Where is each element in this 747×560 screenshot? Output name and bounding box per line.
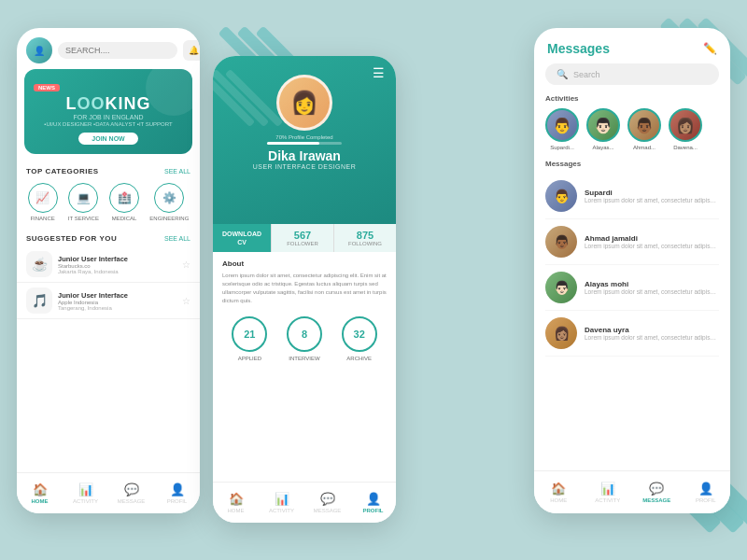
home-icon: 🏠 [33, 483, 48, 497]
message-label: MESSAGE [642, 497, 670, 503]
nav-profile[interactable]: 👤 PROFIL [154, 483, 200, 504]
nav-activity[interactable]: 📊 ACTIVITY [63, 483, 108, 504]
nav-profile[interactable]: 👤 PROFIL [682, 482, 731, 503]
interview-circle: 8 [287, 316, 322, 352]
activities-list: 👨 Supardi... 👨🏻 Alayas... 👨🏾 Ahmad... 👩🏽… [534, 108, 730, 160]
archive-stat: 32 ARCHIVE [342, 316, 377, 361]
suggestion-starbucks[interactable]: ☕ Junior User Interface Starbucks.co Jak… [17, 246, 200, 283]
nav-message[interactable]: 💬 MESSAGE [304, 492, 350, 513]
message-label: MESSAGE [118, 498, 146, 504]
phone-job-search: 👤 🔔 ☰ NEWS LOOKING FOR JOB IN ENGLAND •U… [17, 28, 200, 513]
nav-home[interactable]: 🏠 HOME [17, 483, 63, 504]
user-avatar: 👤 [26, 37, 52, 63]
search-icon: 🔍 [557, 69, 568, 79]
news-badge: NEWS [34, 84, 60, 91]
archive-label: ARCHIVE [346, 356, 372, 361]
message-supardi[interactable]: 👨 Supardi Lorem ipsum dolor sit amet, co… [545, 174, 719, 219]
nav-activity[interactable]: 📊 ACTIVITY [259, 492, 304, 513]
activity-icon: 📊 [78, 483, 93, 497]
profile-label: PROFIL [363, 508, 384, 513]
following-count: 875 [357, 230, 374, 241]
applied-circle: 21 [232, 316, 267, 352]
starbucks-logo: ☕ [26, 251, 52, 277]
msg-avatar-supardi: 👨 [545, 180, 577, 212]
application-stats: 21 APPLIED 8 INTERVIEW 32 ARCHIVE [213, 305, 396, 367]
profile-decoration [213, 56, 396, 224]
engineering-icon: ⚙️ [154, 183, 184, 213]
category-engineering[interactable]: ⚙️ ENGINEERING [149, 183, 189, 221]
nav-message[interactable]: 💬 MESSAGE [108, 483, 154, 504]
nav-activity[interactable]: 📊 ACTIVITY [584, 482, 633, 503]
ahmad-name: Ahmad... [633, 145, 655, 150]
search-placeholder: Search [573, 70, 600, 79]
msg-info-davena: Davena uyra Lorem ipsum dolor sit amet, … [585, 326, 719, 341]
msg-avatar-ahmad: 👨🏾 [545, 226, 577, 258]
ahmad-avatar: 👨🏾 [627, 108, 661, 142]
search-input[interactable] [58, 42, 177, 59]
home-label: HOME [550, 497, 567, 503]
activity-supardi[interactable]: 👨 Supardi... [545, 108, 579, 150]
profile-icon: 👤 [366, 492, 381, 506]
messages-search-bar[interactable]: 🔍 Search [545, 63, 719, 85]
phone1-header: 👤 🔔 ☰ [17, 28, 200, 69]
see-all-suggested[interactable]: SEE ALL [164, 235, 190, 242]
category-medical[interactable]: 🏥 MEDICAL [109, 183, 139, 221]
messages-title: Messages [547, 41, 610, 56]
suggested-title: SUGGESTED FOR YOU [26, 234, 117, 243]
apple-job-title: Junior User Interface [58, 291, 176, 300]
finance-icon: 📈 [28, 183, 58, 213]
bookmark-icon[interactable]: ☆ [182, 259, 190, 270]
msg-preview-davena: Lorem ipsum dolor sit amet, consectetur … [585, 334, 719, 341]
nav-message[interactable]: 💬 MESSAGE [632, 482, 682, 503]
followers-stat: 567 FOLLOWER [271, 224, 333, 252]
phone1-bottom-nav: 🏠 HOME 📊 ACTIVITY 💬 MESSAGE 👤 PROFIL [17, 472, 200, 513]
message-ahmad[interactable]: 👨🏾 Ahmad jamaldi Lorem ipsum dolor sit a… [545, 219, 719, 265]
message-label: MESSAGE [314, 508, 342, 513]
header-icons: 🔔 ☰ [183, 40, 200, 61]
edit-icon[interactable]: ✏️ [703, 42, 717, 55]
message-alayas[interactable]: 👨🏻 Alayas mohi Lorem ipsum dolor sit ame… [545, 265, 719, 311]
category-finance[interactable]: 📈 FINANCE [28, 183, 58, 221]
messages-header: Messages ✏️ [534, 28, 730, 63]
bookmark-icon-2[interactable]: ☆ [182, 296, 190, 306]
deco-line-3 [225, 69, 283, 127]
msg-info-alayas: Alayas mohi Lorem ipsum dolor sit amet, … [585, 280, 719, 295]
home-label: HOME [228, 508, 245, 513]
finance-label: FINANCE [30, 216, 54, 221]
menu-icon[interactable]: ☰ [373, 65, 385, 80]
applied-stat: 21 APPLIED [232, 316, 267, 361]
message-davena[interactable]: 👩🏽 Davena uyra Lorem ipsum dolor sit ame… [545, 311, 719, 357]
profile-stats: 567 FOLLOWER 875 FOLLOWING [271, 224, 396, 252]
interview-label: INTERVIEW [289, 356, 319, 361]
nav-home[interactable]: 🏠 HOME [534, 482, 584, 503]
profile-top-section: ☰ 👩 70% Profile Completed Dika Irawan US… [213, 56, 396, 224]
following-label: FOLLOWING [348, 241, 382, 246]
activity-label: ACTIVITY [269, 508, 294, 513]
nav-profile[interactable]: 👤 PROFIL [350, 492, 396, 513]
activities-label: Activities [534, 94, 730, 108]
activity-icon: 📊 [275, 492, 289, 506]
top-categories-title: TOP CATEGORIES [26, 167, 99, 175]
it-icon: 💻 [68, 183, 98, 213]
suggested-header: SUGGESTED FOR YOU SEE ALL [17, 229, 200, 246]
msg-info-ahmad: Ahmad jamaldi Lorem ipsum dolor sit amet… [585, 234, 719, 249]
activity-alayas[interactable]: 👨🏻 Alayas... [586, 108, 620, 150]
applied-label: APPLIED [238, 356, 261, 361]
following-stat: 875 FOLLOWING [333, 224, 396, 252]
download-cv-button[interactable]: DOWNLOADCV [213, 224, 271, 252]
activity-davena[interactable]: 👩🏽 Davena... [669, 108, 702, 150]
join-now-button[interactable]: JOIN NOW [78, 133, 137, 145]
activity-ahmad[interactable]: 👨🏾 Ahmad... [627, 108, 661, 150]
see-all-categories[interactable]: SEE ALL [164, 168, 190, 175]
categories-grid: 📈 FINANCE 💻 IT SERVICE 🏥 MEDICAL ⚙️ ENGI… [17, 179, 200, 229]
msg-avatar-davena: 👩🏽 [545, 317, 577, 349]
msg-name-supardi: Supardi [585, 189, 719, 197]
suggestion-apple[interactable]: 🎵 Junior User Interface Apple Indonesia … [17, 283, 200, 319]
notification-icon[interactable]: 🔔 [183, 40, 200, 61]
nav-home[interactable]: 🏠 HOME [213, 492, 259, 513]
msg-name-alayas: Alayas mohi [585, 280, 719, 288]
category-it[interactable]: 💻 IT SERVICE [68, 183, 99, 221]
alayas-name: Alayas... [592, 145, 613, 150]
activity-icon: 📊 [600, 482, 615, 496]
subtitle-text: FOR JOB IN ENGLAND [34, 114, 183, 120]
